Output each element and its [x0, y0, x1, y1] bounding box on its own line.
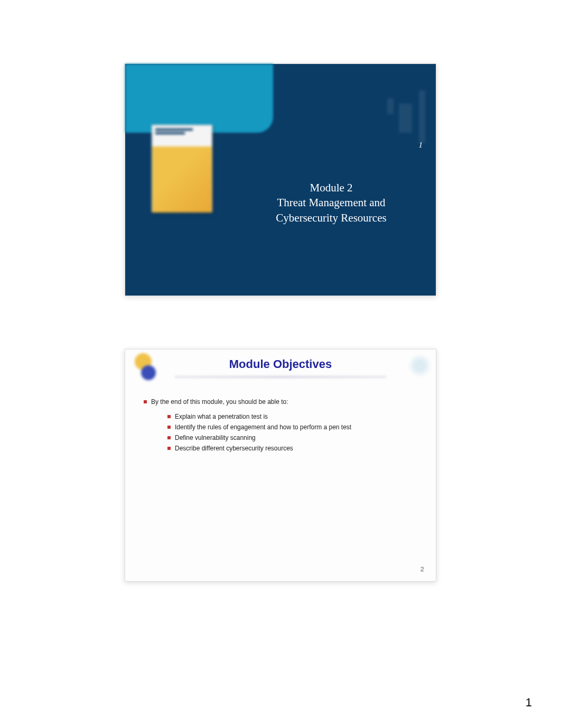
header-divider [175, 376, 386, 377]
list-item: Identify the rules of engagement and how… [167, 422, 417, 432]
intro-line: By the end of this module, you should be… [144, 397, 417, 407]
list-item: Explain what a penetration test is [167, 412, 417, 421]
spheres-icon [130, 352, 160, 381]
bullet-icon [167, 447, 171, 450]
objective-text: Describe different cybersecurity resourc… [175, 444, 293, 453]
objective-text: Identify the rules of engagement and how… [175, 422, 351, 432]
bullet-icon [144, 400, 147, 403]
list-item: Define vulnerability scanning [167, 433, 417, 443]
bullet-icon [167, 415, 171, 418]
document-page: 1 Module 2 Threat Management and Cyberse… [0, 0, 561, 728]
slide-header-title: Module Objectives [125, 357, 436, 371]
slide-title: Module 2 Threat Management and Cybersecu… [247, 180, 416, 225]
globe-icon [408, 354, 432, 377]
page-number: 1 [526, 696, 532, 709]
slide-header: Module Objectives [125, 349, 436, 384]
slide-number: 1 [419, 141, 423, 150]
bullet-icon [167, 426, 171, 429]
slide-number: 2 [420, 565, 424, 573]
decorative-bars-icon [351, 85, 425, 143]
title-line-3: Cybersecurity Resources [247, 210, 416, 225]
accent-shape [125, 64, 273, 133]
slide-1: 1 Module 2 Threat Management and Cyberse… [125, 63, 436, 296]
list-item: Describe different cybersecurity resourc… [167, 444, 417, 453]
title-line-2: Threat Management and [247, 195, 416, 210]
slide-2: Module Objectives By the end of this mod… [125, 349, 436, 582]
objective-text: Explain what a penetration test is [175, 412, 268, 421]
intro-text: By the end of this module, you should be… [151, 397, 288, 407]
objectives-list: Explain what a penetration test is Ident… [144, 412, 417, 453]
slide-content: By the end of this module, you should be… [125, 384, 436, 467]
bullet-icon [167, 436, 171, 439]
objective-text: Define vulnerability scanning [175, 433, 256, 443]
book-cover-image [152, 125, 212, 212]
title-line-1: Module 2 [247, 180, 416, 195]
